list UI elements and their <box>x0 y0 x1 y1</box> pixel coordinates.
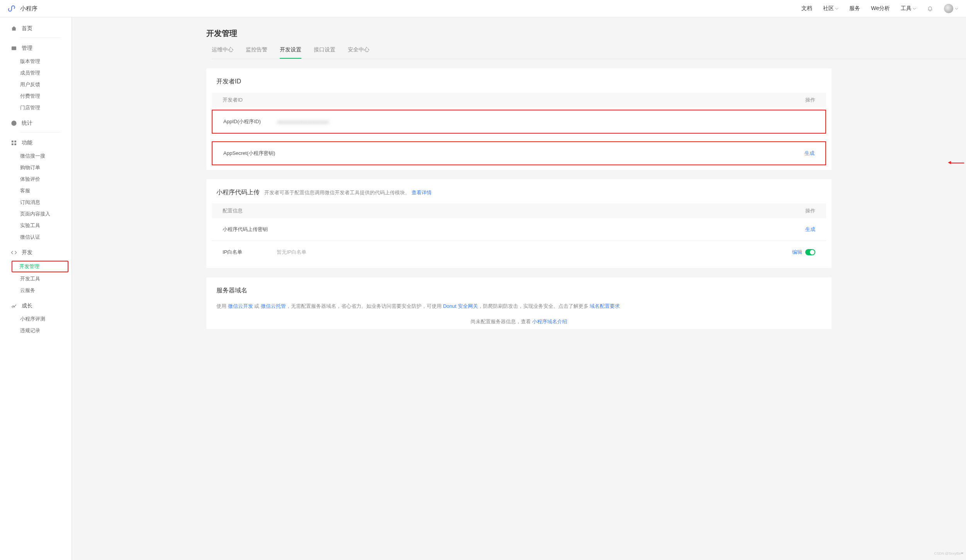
home-icon <box>11 25 17 32</box>
tab-api[interactable]: 接口设置 <box>314 46 335 59</box>
chevron-down-icon <box>955 7 958 10</box>
sidebar-stats[interactable]: 统计 <box>0 116 71 131</box>
link-donut[interactable]: Donut 安全网关 <box>443 303 478 309</box>
code-icon <box>11 249 17 256</box>
link-domain-req[interactable]: 域名配置要求 <box>590 303 620 309</box>
appid-value: wxxxxxxxxxxxxxxxxxxx <box>277 119 815 125</box>
view-detail-link[interactable]: 查看详情 <box>412 190 432 195</box>
tab-ops[interactable]: 运维中心 <box>212 46 233 59</box>
appsecret-label: AppSecret(小程序密钥) <box>223 150 275 157</box>
sidebar-item-members[interactable]: 成员管理 <box>0 67 71 79</box>
annotation-box-appsecret: AppSecret(小程序密钥) 生成 <box>212 141 826 165</box>
nav-tools[interactable]: 工具 <box>901 5 916 12</box>
logo-text: 小程序 <box>20 5 37 12</box>
svg-rect-4 <box>14 143 16 145</box>
nav-weanalyze[interactable]: We分析 <box>871 5 890 12</box>
sidebar-stats-label: 统计 <box>22 120 32 127</box>
nav-docs[interactable]: 文档 <box>801 5 812 12</box>
link-cloud-dev[interactable]: 微信云开发 <box>228 303 253 309</box>
link-domain-intro[interactable]: 小程序域名介绍 <box>532 319 567 324</box>
row-appid: AppID(小程序ID) wxxxxxxxxxxxxxxxxxxx <box>213 110 825 133</box>
tab-dev-settings[interactable]: 开发设置 <box>280 46 301 59</box>
sidebar-item-experiment[interactable]: 实验工具 <box>0 220 71 231</box>
sidebar-item-subscribe[interactable]: 订阅消息 <box>0 197 71 208</box>
row-upload-key: 小程序代码上传密钥 生成 <box>212 218 826 241</box>
user-menu[interactable] <box>944 4 958 13</box>
sidebar-item-feedback[interactable]: 用户反馈 <box>0 79 71 90</box>
tab-monitor[interactable]: 监控告警 <box>246 46 267 59</box>
top-bar: 小程序 文档 社区 服务 We分析 工具 <box>0 0 966 17</box>
sidebar-function[interactable]: 功能 <box>0 136 71 150</box>
chevron-down-icon <box>913 7 916 10</box>
devid-table-header: 开发者ID 操作 <box>212 93 826 107</box>
sidebar-manage[interactable]: 管理 <box>0 41 71 56</box>
page-title: 开发管理 <box>206 17 966 39</box>
stats-icon <box>11 120 17 126</box>
whitelist-edit-link[interactable]: 编辑 <box>792 249 802 256</box>
code-col-left: 配置信息 <box>223 207 792 214</box>
sidebar-manage-label: 管理 <box>22 45 32 52</box>
svg-rect-0 <box>12 46 16 50</box>
watermark: CSDN @SexyBa❤ <box>934 552 964 555</box>
sidebar-item-dev-tools[interactable]: 开发工具 <box>0 273 71 285</box>
card-code-title: 小程序代码上传 开发者可基于配置信息调用微信开发者工具提供的代码上传模块。 查看… <box>206 188 832 204</box>
sidebar-item-content[interactable]: 页面内容接入 <box>0 208 71 220</box>
sidebar-item-support[interactable]: 客服 <box>0 185 71 197</box>
annotation-box-sidebar: 开发管理 <box>12 261 68 272</box>
annotation-arrow-head <box>948 161 951 164</box>
bell-icon[interactable] <box>927 5 933 12</box>
annotation-box-appid: AppID(小程序ID) wxxxxxxxxxxxxxxxxxxx <box>212 110 826 134</box>
sidebar-item-search[interactable]: 微信搜一搜 <box>0 150 71 162</box>
appsecret-generate-link[interactable]: 生成 <box>804 150 815 157</box>
sidebar-growth-label: 成长 <box>22 302 32 309</box>
appid-label: AppID(小程序ID) <box>223 118 277 125</box>
sidebar-item-evaluate[interactable]: 小程序评测 <box>0 313 71 325</box>
avatar <box>944 4 953 13</box>
whitelist-toggle[interactable] <box>805 249 815 255</box>
sidebar-home[interactable]: 首页 <box>0 21 71 36</box>
sidebar-item-version[interactable]: 版本管理 <box>0 56 71 67</box>
link-cloud-host[interactable]: 微信云托管 <box>261 303 286 309</box>
chevron-down-icon <box>835 7 838 10</box>
nav-community[interactable]: 社区 <box>823 5 838 12</box>
sidebar-develop-label: 开发 <box>22 249 32 256</box>
card-code-upload: 小程序代码上传 开发者可基于配置信息调用微信开发者工具提供的代码上传模块。 查看… <box>206 179 832 268</box>
sidebar-function-label: 功能 <box>22 139 32 146</box>
sidebar-item-dev-manage[interactable]: 开发管理 <box>19 263 39 269</box>
card-devid-title: 开发者ID <box>206 78 832 93</box>
sidebar-item-verify[interactable]: 微信认证 <box>0 231 71 243</box>
svg-rect-1 <box>12 141 14 143</box>
sidebar-item-review[interactable]: 体验评价 <box>0 173 71 185</box>
upload-key-label: 小程序代码上传密钥 <box>223 226 268 233</box>
nav-service[interactable]: 服务 <box>849 5 860 12</box>
devid-col-right: 操作 <box>792 97 815 104</box>
top-nav: 文档 社区 服务 We分析 工具 <box>801 4 958 13</box>
whitelist-label: IP白名单 <box>223 249 277 256</box>
sidebar-item-violation[interactable]: 违规记录 <box>0 325 71 336</box>
manage-icon <box>11 45 17 51</box>
card-code-subtitle: 开发者可基于配置信息调用微信开发者工具提供的代码上传模块。 查看详情 <box>264 189 432 196</box>
card-developer-id: 开发者ID 开发者ID 操作 AppID(小程序ID) wxxxxxxxxxxx… <box>206 68 832 170</box>
card-server-title: 服务器域名 <box>206 287 832 302</box>
logo-area[interactable]: 小程序 <box>8 4 37 13</box>
function-icon <box>11 140 17 146</box>
upload-key-generate-link[interactable]: 生成 <box>805 226 815 233</box>
sidebar-develop[interactable]: 开发 <box>0 245 71 260</box>
main-content: 开发管理 运维中心 监控告警 开发设置 接口设置 安全中心 开发者ID 开发者I… <box>72 17 966 560</box>
sidebar-item-cloud[interactable]: 云服务 <box>0 285 71 296</box>
row-ip-whitelist: IP白名单 暂无IP白名单 编辑 <box>212 241 826 263</box>
sidebar-item-orders[interactable]: 购物订单 <box>0 162 71 173</box>
miniprogram-logo-icon <box>8 4 17 13</box>
sidebar-home-label: 首页 <box>22 25 32 32</box>
svg-rect-2 <box>14 141 16 143</box>
tab-security[interactable]: 安全中心 <box>348 46 369 59</box>
sidebar-item-store[interactable]: 门店管理 <box>0 102 71 114</box>
row-appsecret: AppSecret(小程序密钥) 生成 <box>213 142 825 165</box>
server-bottom-text: 尚未配置服务器信息，查看 小程序域名介绍 <box>206 317 832 327</box>
sidebar-item-payment[interactable]: 付费管理 <box>0 90 71 102</box>
card-server-domain: 服务器域名 使用 微信云开发 或 微信云托管，无需配置服务器域名，省心省力。如业… <box>206 277 832 329</box>
growth-icon <box>11 303 17 309</box>
code-col-right: 操作 <box>792 207 815 214</box>
server-desc: 使用 微信云开发 或 微信云托管，无需配置服务器域名，省心省力。如业务访问需要安… <box>206 302 832 317</box>
sidebar-growth[interactable]: 成长 <box>0 299 71 313</box>
